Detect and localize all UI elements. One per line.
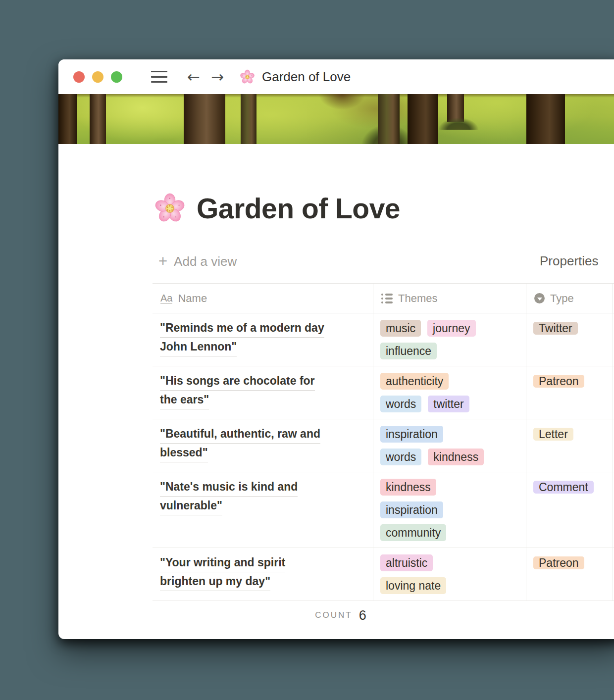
table-row[interactable]: "Beautiful, authentic, raw andblessed"in… <box>153 419 614 472</box>
forward-icon[interactable]: → <box>211 69 224 85</box>
table-header: Aa Name Themes Type <box>153 283 614 313</box>
column-label: Themes <box>398 292 437 305</box>
tag-chip: journey <box>427 320 475 337</box>
tag-chip: Letter <box>533 428 573 441</box>
desktop-background: ← → Garden of Love Garden of Love + <box>0 0 614 700</box>
name-text: the ears" <box>160 393 209 409</box>
column-label: Type <box>550 292 574 305</box>
name-text: "Reminds me of a modern day <box>160 321 324 338</box>
cover-image <box>58 94 614 144</box>
tag-chip: influence <box>380 343 437 359</box>
app-window: ← → Garden of Love Garden of Love + <box>58 59 614 639</box>
tree-trunk <box>241 94 256 144</box>
tag-chip: music <box>380 320 421 337</box>
cherry-blossom-icon <box>240 69 255 85</box>
name-cell[interactable]: "Nate's music is kind andvulnerable" <box>153 472 373 548</box>
tree-trunk <box>378 94 400 144</box>
column-header-name[interactable]: Aa Name <box>153 284 373 313</box>
themes-cell[interactable]: musicjourneyinfluence <box>373 313 526 366</box>
table-row[interactable]: "Reminds me of a modern dayJohn Lennon"m… <box>153 313 614 366</box>
table-row[interactable]: "Nate's music is kind andvulnerable"kind… <box>153 472 614 548</box>
tag-line: wordskindness <box>380 449 519 465</box>
name-text: blessed" <box>160 446 208 462</box>
tag-chip: Patreon <box>533 375 584 388</box>
tag-line: influence <box>380 343 519 359</box>
table-row[interactable]: "His songs are chocolate forthe ears"aut… <box>153 366 614 419</box>
tag-line: wordstwitter <box>380 396 519 412</box>
page-header: Garden of Love <box>154 192 614 225</box>
type-cell[interactable]: Patreon <box>526 548 613 600</box>
column-header-themes[interactable]: Themes <box>373 284 526 313</box>
table-row[interactable]: "Your writing and spiritbrighten up my d… <box>153 548 614 601</box>
tag-line: loving nate <box>380 577 519 594</box>
properties-button[interactable]: Properties <box>540 253 599 269</box>
type-cell[interactable]: Twitter <box>526 313 613 366</box>
tree-roots <box>439 118 478 130</box>
page-title[interactable]: Garden of Love <box>197 192 400 225</box>
close-button[interactable] <box>73 71 85 83</box>
tree-trunk <box>90 94 106 144</box>
name-text: brighten up my day" <box>160 575 270 591</box>
minimize-button[interactable] <box>92 71 103 83</box>
titlebar: ← → Garden of Love <box>58 59 614 94</box>
name-cell[interactable]: "Reminds me of a modern dayJohn Lennon" <box>153 313 373 366</box>
tag-chip: Comment <box>533 481 594 494</box>
select-icon <box>534 293 545 303</box>
window-title: Garden of Love <box>262 69 351 85</box>
text-icon: Aa <box>160 293 172 304</box>
column-header-type[interactable]: Type <box>526 284 613 313</box>
tag-chip: kindness <box>380 479 436 496</box>
themes-cell[interactable]: altruisticloving nate <box>373 548 526 600</box>
tag-line: community <box>380 524 519 541</box>
name-text: vulnerable" <box>160 499 222 515</box>
themes-cell[interactable]: inspirationwordskindness <box>373 419 526 472</box>
tag-chip: authenticity <box>380 373 449 390</box>
tag-chip: loving nate <box>380 577 446 594</box>
tag-chip: inspiration <box>380 426 443 443</box>
type-cell[interactable]: Patreon <box>526 366 613 419</box>
page-icon-cherry-blossom[interactable] <box>154 193 186 224</box>
add-view-label: Add a view <box>174 254 237 269</box>
tree-trunk <box>58 94 77 144</box>
name-cell[interactable]: "Your writing and spiritbrighten up my d… <box>153 548 373 600</box>
name-text: "His songs are chocolate for <box>160 374 315 391</box>
collection-toolbar: + Add a view Properties <box>58 252 614 271</box>
tag-chip: twitter <box>428 396 469 412</box>
tag-line: authenticity <box>380 373 519 390</box>
name-text: "Nate's music is kind and <box>160 480 298 497</box>
back-icon[interactable]: ← <box>187 69 200 85</box>
tag-chip: words <box>380 396 421 412</box>
tag-line: musicjourney <box>380 320 519 337</box>
count-label: COUNT <box>315 610 352 620</box>
tag-line: inspiration <box>380 501 519 518</box>
tag-chip: altruistic <box>380 554 433 571</box>
tag-chip: Patreon <box>533 556 584 569</box>
name-cell[interactable]: "His songs are chocolate forthe ears" <box>153 366 373 419</box>
table-body: "Reminds me of a modern dayJohn Lennon"m… <box>153 313 614 601</box>
tree-trunk <box>526 94 565 144</box>
tag-chip: words <box>380 449 421 465</box>
column-label: Name <box>178 292 207 305</box>
tree-trunk <box>184 94 225 144</box>
name-cell[interactable]: "Beautiful, authentic, raw andblessed" <box>153 419 373 472</box>
tag-line: inspiration <box>380 426 519 443</box>
add-view-button[interactable]: + Add a view <box>158 252 237 270</box>
type-cell[interactable]: Comment <box>526 472 613 548</box>
name-text: "Your writing and spirit <box>160 556 285 572</box>
tag-line: kindness <box>380 479 519 496</box>
table-footer[interactable]: COUNT 6 <box>58 601 614 630</box>
themes-cell[interactable]: kindnessinspirationcommunity <box>373 472 526 548</box>
type-cell[interactable]: Letter <box>526 419 613 472</box>
tree-roots <box>318 94 365 110</box>
name-text: "Beautiful, authentic, raw and <box>160 427 320 444</box>
themes-cell[interactable]: authenticitywordstwitter <box>373 366 526 419</box>
tree-trunk <box>408 94 438 144</box>
database-table: Aa Name Themes Type "Reminds me of a mod… <box>153 283 614 601</box>
tag-chip: community <box>380 524 446 541</box>
zoom-button[interactable] <box>111 71 122 83</box>
list-icon <box>381 294 393 303</box>
plus-icon: + <box>158 252 167 270</box>
menu-icon[interactable] <box>151 71 167 83</box>
tag-chip: Twitter <box>533 322 578 335</box>
tag-chip: inspiration <box>380 501 443 518</box>
